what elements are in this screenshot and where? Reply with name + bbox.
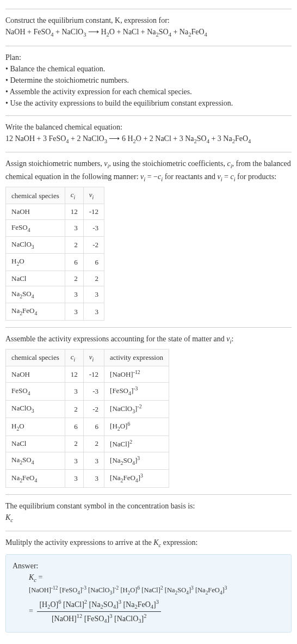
intro-section: Construct the equilibrium constant, K, e…	[5, 9, 292, 41]
answer-label: Answer:	[13, 560, 284, 572]
ci-cell: 2	[65, 400, 83, 418]
table-header: νi	[83, 187, 104, 204]
species-cell: NaOH	[6, 366, 65, 383]
answer-kc-equals: Kc =	[29, 572, 284, 585]
table-header: chemical species	[6, 349, 65, 366]
frac-denominator: [NaOH]12 [FeSO4]3 [NaClO3]2	[37, 612, 161, 625]
table-row: H2O66[H2O]6	[6, 418, 169, 436]
table-row: FeSO43-3	[6, 219, 104, 236]
intro-equation: NaOH + FeSO4 + NaClO3 ⟶ H2O + NaCl + Na2…	[5, 26, 292, 39]
vi-cell: 6	[83, 254, 104, 271]
species-cell: Na2FeO4	[6, 470, 65, 488]
species-cell: NaCl	[6, 436, 65, 452]
symbol-section: The equilibrium constant symbol in the c…	[5, 494, 292, 527]
table-row: NaOH12-12[NaOH]-12	[6, 366, 169, 383]
ci-cell: 2	[65, 237, 83, 254]
table-row: NaCl22[NaCl]2	[6, 436, 169, 452]
activity-cell: [NaCl]2	[104, 436, 169, 452]
table-row: Na2SO433[Na2SO4]3	[6, 452, 169, 470]
ci-cell: 3	[65, 452, 83, 470]
ci-cell: 3	[65, 383, 83, 401]
symbol-text: The equilibrium constant symbol in the c…	[5, 500, 292, 512]
activity-cell: [NaClO3]-2	[104, 400, 169, 418]
table-row: FeSO43-3[FeSO4]-3	[6, 383, 169, 401]
vi-cell: 3	[83, 303, 104, 320]
table-header: ci	[65, 187, 83, 204]
species-cell: NaCl	[6, 271, 65, 286]
vi-cell: -2	[83, 237, 104, 254]
vi-cell: -12	[83, 204, 104, 220]
vi-cell: -3	[83, 219, 104, 236]
activity-cell: [NaOH]-12	[104, 366, 169, 383]
plan-item: • Determine the stoichiometric numbers.	[5, 75, 292, 86]
species-cell: Na2SO4	[6, 286, 65, 303]
activity-text: Assemble the activity expressions accoun…	[5, 333, 292, 346]
vi-cell: -2	[83, 400, 104, 418]
table-row: NaCl22	[6, 271, 104, 286]
frac-numerator: [H2O]6 [NaCl]2 [Na2SO4]3 [Na2FeO4]3	[37, 598, 161, 612]
multiply-section: Mulitply the activity expressions to arr…	[5, 531, 292, 635]
vi-cell: 2	[83, 271, 104, 286]
table-row: NaClO32-2	[6, 237, 104, 254]
vi-cell: -12	[83, 366, 104, 383]
stoich-text: Assign stoichiometric numbers, νi, using…	[5, 158, 292, 183]
stoich-table: chemical species ci νi NaOH12-12FeSO43-3…	[5, 187, 104, 320]
vi-cell: 3	[83, 470, 104, 488]
multiply-text: Mulitply the activity expressions to arr…	[5, 537, 292, 550]
stoich-section: Assign stoichiometric numbers, νi, using…	[5, 152, 292, 322]
ci-cell: 3	[65, 303, 83, 320]
ci-cell: 3	[65, 286, 83, 303]
vi-cell: 6	[83, 418, 104, 436]
vi-cell: -3	[83, 383, 104, 401]
balanced-heading: Write the balanced chemical equation:	[5, 121, 292, 133]
species-cell: FeSO4	[6, 383, 65, 401]
species-cell: H2O	[6, 418, 65, 436]
balanced-equation: 12 NaOH + 3 FeSO4 + 2 NaClO3 ⟶ 6 H2O + 2…	[5, 133, 292, 146]
balanced-section: Write the balanced chemical equation: 12…	[5, 115, 292, 148]
table-row: NaOH12-12	[6, 204, 104, 220]
ci-cell: 3	[65, 470, 83, 488]
species-cell: FeSO4	[6, 219, 65, 236]
table-row: NaClO32-2[NaClO3]-2	[6, 400, 169, 418]
species-cell: NaOH	[6, 204, 65, 220]
table-row: H2O66	[6, 254, 104, 271]
ci-cell: 12	[65, 204, 83, 220]
plan-heading: Plan:	[5, 52, 292, 63]
table-row: Na2SO433	[6, 286, 104, 303]
vi-cell: 2	[83, 436, 104, 452]
table-header: νi	[83, 349, 104, 366]
activity-cell: [Na2FeO4]3	[104, 470, 169, 488]
ci-cell: 3	[65, 219, 83, 236]
plan-item: • Use the activity expressions to build …	[5, 97, 292, 109]
vi-cell: 3	[83, 452, 104, 470]
ci-cell: 6	[65, 254, 83, 271]
plan-item: • Balance the chemical equation.	[5, 63, 292, 75]
species-cell: Na2FeO4	[6, 303, 65, 320]
ci-cell: 6	[65, 418, 83, 436]
table-row: Na2FeO433[Na2FeO4]3	[6, 470, 169, 488]
activity-cell: [Na2SO4]3	[104, 452, 169, 470]
species-cell: H2O	[6, 254, 65, 271]
answer-box: Answer: Kc = [NaOH]-12 [FeSO4]-3 [NaClO3…	[5, 554, 292, 633]
activity-cell: [FeSO4]-3	[104, 383, 169, 401]
table-header: activity expression	[104, 349, 169, 366]
ci-cell: 12	[65, 366, 83, 383]
ci-cell: 2	[65, 271, 83, 286]
symbol-kc: Kc	[5, 512, 292, 525]
ci-cell: 2	[65, 436, 83, 452]
plan-item: • Assemble the activity expression for e…	[5, 86, 292, 97]
intro-line1: Construct the equilibrium constant, K, e…	[5, 15, 292, 26]
species-cell: Na2SO4	[6, 452, 65, 470]
answer-line1: [NaOH]-12 [FeSO4]-3 [NaClO3]-2 [H2O]6 [N…	[29, 584, 284, 597]
plan-section: Plan: • Balance the chemical equation. •…	[5, 46, 292, 111]
activity-cell: [H2O]6	[104, 418, 169, 436]
table-header: chemical species	[6, 187, 65, 204]
activity-section: Assemble the activity expressions accoun…	[5, 327, 292, 490]
answer-line2: = [H2O]6 [NaCl]2 [Na2SO4]3 [Na2FeO4]3 [N…	[29, 597, 284, 627]
table-row: Na2FeO433	[6, 303, 104, 320]
species-cell: NaClO3	[6, 400, 65, 418]
activity-table: chemical species ci νi activity expressi…	[5, 349, 169, 488]
answer-body: Kc = [NaOH]-12 [FeSO4]-3 [NaClO3]-2 [H2O…	[29, 572, 284, 627]
table-header: ci	[65, 349, 83, 366]
vi-cell: 3	[83, 286, 104, 303]
